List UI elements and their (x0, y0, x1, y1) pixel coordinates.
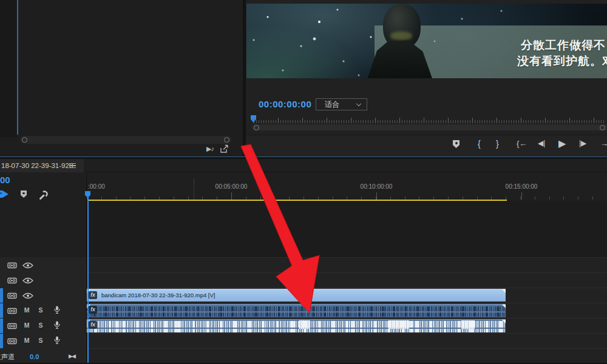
solo-button[interactable]: S (37, 306, 44, 314)
major-tick (231, 192, 232, 200)
timeline-settings-wrench-icon[interactable] (38, 189, 49, 200)
mute-button[interactable]: M (23, 306, 30, 314)
ruler-label: :00:00 (88, 183, 105, 190)
sync-lock-icon[interactable] (7, 277, 17, 284)
source-targeting-strip[interactable] (0, 318, 3, 333)
track-header-column: M S M S (0, 257, 86, 363)
ruler-label: 00:10:00:00 (361, 183, 393, 190)
transport-bar: { } {← ◀| ▶ |▶ → (246, 135, 607, 157)
snap-icon[interactable] (0, 189, 10, 199)
channel-separator (87, 312, 506, 312)
timeline-timecode[interactable]: 00 (0, 175, 10, 185)
toggle-track-output-eye-icon[interactable] (22, 292, 33, 299)
subtitle-line-1: 分散工作做得不 (521, 38, 606, 53)
timeline-panel: 18-07-30 22-39-31-920 00 (0, 159, 607, 364)
scrollbar-left-handle[interactable] (22, 137, 27, 143)
audio-clip-a2[interactable]: fx (87, 319, 506, 332)
mute-button[interactable]: M (23, 337, 30, 344)
track-header-a2: M S (0, 318, 86, 333)
video-preview: 分散工作做得不 没有看到护航。对 (246, 4, 607, 78)
source-targeting-strip[interactable] (0, 303, 3, 318)
play-audio-icon[interactable]: ▶♪ (206, 145, 214, 153)
voiceover-mic-icon[interactable] (54, 321, 60, 329)
mark-out-button[interactable]: } (496, 139, 499, 149)
video-clip-label: bandicam 2018-07-30 22-39-31-920.mp4 [V] (101, 292, 215, 298)
waveform-spike (299, 320, 310, 329)
panel-divider-vertical[interactable] (243, 0, 246, 157)
source-panel-side-column (0, 0, 17, 137)
solo-button[interactable]: S (37, 337, 44, 344)
marker-icon (453, 140, 459, 148)
ruler-gridline (194, 178, 194, 200)
track-header-a3: M S (0, 333, 86, 348)
sync-lock-icon[interactable] (7, 337, 17, 345)
zoom-level-value: 适合 (325, 100, 339, 109)
voiceover-mic-icon[interactable] (54, 306, 60, 314)
premiere-app: ▶♪ 分散工作做得不 没有看到护航。对 00:00:00:00 适合 (0, 0, 607, 364)
step-forward-button[interactable]: |▶ (579, 139, 586, 147)
bowtie-keyframe-icon[interactable]: ▶◀ (69, 353, 75, 359)
zoom-level-select[interactable]: 适合 (316, 98, 367, 110)
ruler-label: 00:05:00:00 (215, 183, 248, 190)
track-header-a1: M S (0, 303, 86, 318)
timeline-playhead-line[interactable] (87, 192, 89, 363)
export-frame-icon[interactable] (220, 144, 229, 153)
master-volume-value[interactable]: 0.0 (30, 353, 39, 360)
sequence-tab-title: 18-07-30 22-39-31-920 (1, 162, 73, 169)
source-targeting-strip[interactable] (0, 288, 3, 303)
master-track-header: 主声道 0.0 ▶◀ (0, 348, 86, 363)
empty-track-space (87, 201, 607, 257)
source-panel: ▶♪ (0, 0, 243, 157)
major-tick (521, 192, 522, 200)
fx-badge: fx (89, 291, 97, 299)
major-tick (376, 192, 377, 200)
zoombar-right-handle[interactable] (600, 125, 605, 130)
panel-focus-border (17, 0, 18, 135)
mute-button[interactable]: M (23, 322, 30, 329)
fx-badge: fx (89, 321, 97, 329)
zoombar-left-handle[interactable] (254, 125, 259, 130)
add-marker-button[interactable] (453, 140, 459, 148)
solo-button[interactable]: S (37, 322, 44, 329)
play-button[interactable]: ▶ (558, 138, 566, 149)
panel-menu-icon[interactable] (69, 163, 76, 168)
master-track-label: 主声道 (0, 352, 15, 362)
program-timecode[interactable]: 00:00:00:00 (259, 99, 311, 109)
program-zoom-scrollbar[interactable] (252, 124, 607, 130)
go-to-out-button[interactable]: → (600, 139, 607, 148)
timeline-content: :00:00 00:05:00:00 00:10:00:00 00:15:00:… (87, 159, 607, 364)
subtitle-line-2: 没有看到护航。对 (517, 53, 607, 69)
timeline-marker-icon[interactable] (21, 190, 27, 198)
audio-waveform (87, 312, 505, 317)
clip-end-notch (502, 289, 506, 293)
helmet-visor (390, 32, 412, 40)
horizontal-scrollbar[interactable] (20, 136, 231, 144)
sync-lock-icon[interactable] (7, 261, 17, 269)
fx-badge: fx (89, 306, 97, 314)
track-header-v1 (0, 288, 86, 303)
program-mini-ruler[interactable] (254, 118, 606, 123)
step-back-button[interactable]: ◀| (538, 139, 545, 147)
scrollbar-right-handle[interactable] (224, 137, 229, 143)
voiceover-mic-icon[interactable] (54, 336, 60, 345)
chevron-down-icon (356, 101, 361, 106)
audio-clip-a1[interactable]: fx (87, 304, 506, 317)
sync-lock-icon[interactable] (7, 307, 17, 314)
track-header-v2 (0, 272, 86, 288)
work-area-bar[interactable] (88, 200, 507, 201)
mark-in-button[interactable]: { (478, 139, 481, 149)
waveform-spike (461, 320, 475, 329)
go-to-in-button[interactable]: {← (517, 139, 527, 148)
sync-lock-icon[interactable] (7, 292, 17, 299)
toggle-track-output-eye-icon[interactable] (22, 262, 33, 269)
track-header-v3 (0, 257, 86, 272)
time-ruler[interactable] (87, 192, 607, 200)
program-monitor: 分散工作做得不 没有看到护航。对 00:00:00:00 适合 { } {← (246, 0, 607, 157)
audio-waveform (87, 329, 505, 332)
source-targeting-strip[interactable] (0, 334, 3, 348)
ruler-label: 00:15:00:00 (506, 183, 538, 190)
sync-lock-icon[interactable] (7, 322, 17, 329)
toggle-track-output-eye-icon[interactable] (22, 277, 33, 284)
audio-waveform (87, 321, 505, 328)
video-clip[interactable]: fx bandicam 2018-07-30 22-39-31-920.mp4 … (87, 289, 506, 302)
